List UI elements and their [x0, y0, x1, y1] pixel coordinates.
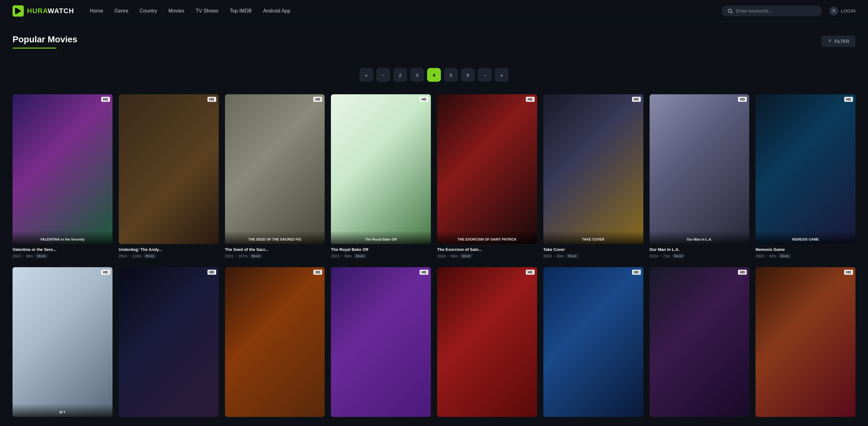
- hd-badge: HD: [844, 270, 853, 275]
- hd-badge: HD: [420, 97, 428, 102]
- movie-card[interactable]: The Royal Bake OffHDThe Royal Bake Off20…: [331, 94, 431, 258]
- movie-dot: •: [660, 254, 661, 258]
- movie-grid-row1: VALENTINA or the SerenityHDValentina or …: [12, 94, 856, 258]
- movie-year: 2024: [437, 254, 445, 258]
- hd-badge: HD: [738, 270, 747, 275]
- movie-title: Take Cover: [544, 247, 643, 252]
- movie-title: The Royal Bake Off: [331, 247, 431, 252]
- movie-card[interactable]: THE EXORCISM OF SAINT PATRICKHDThe Exorc…: [437, 94, 537, 258]
- pagination-first[interactable]: «: [360, 68, 373, 82]
- movie-type-badge: Movie: [144, 254, 156, 258]
- movie-card[interactable]: HD: [755, 267, 856, 417]
- svg-line-4: [732, 12, 733, 13]
- nav-androidapp[interactable]: Android App: [263, 8, 290, 14]
- poster-title-text: THE EXORCISM OF SAINT PATRICK: [437, 231, 537, 244]
- hurawatch-logo-icon: [12, 5, 24, 17]
- svg-point-5: [833, 9, 835, 11]
- logo[interactable]: HURAWATCH: [12, 5, 74, 17]
- page-title-underline: [12, 47, 56, 48]
- hd-badge: HD: [420, 270, 428, 275]
- movie-title: Our Man In L.A.: [650, 247, 749, 252]
- movie-year: 2024: [650, 254, 658, 258]
- poster-title-text: M Y: [12, 404, 113, 417]
- movie-duration: 90m: [344, 254, 351, 258]
- hd-badge: HD: [526, 270, 535, 275]
- filter-button[interactable]: FILTER: [821, 36, 856, 47]
- movie-card[interactable]: NEMESIS GAMEHDNemesis Game2003•92mMovie: [755, 94, 856, 258]
- movie-dot: •: [553, 254, 555, 258]
- pagination-last[interactable]: »: [495, 68, 508, 82]
- filter-label: FILTER: [834, 39, 849, 44]
- movie-type-badge: Movie: [460, 254, 472, 258]
- movie-card[interactable]: HD: [225, 267, 325, 417]
- main-nav: Home Genre Country Movies TV Shows Top I…: [90, 8, 722, 14]
- hd-badge: HD: [208, 270, 216, 275]
- pagination-page-6[interactable]: 6: [461, 68, 475, 82]
- movie-title: Nemesis Game: [755, 247, 856, 252]
- pagination-next[interactable]: →: [478, 68, 492, 82]
- search-input[interactable]: [736, 8, 816, 13]
- movie-duration: 71m: [663, 254, 670, 258]
- svg-rect-2: [15, 8, 16, 14]
- pagination-page-2[interactable]: 2: [393, 68, 407, 82]
- poster-title-text: TAKE COVER: [544, 231, 643, 244]
- search-icon: [727, 8, 733, 14]
- movie-card[interactable]: TAKE COVERHDTake Cover2024•89mMovie: [544, 94, 643, 258]
- user-avatar-icon: [830, 7, 838, 15]
- movie-year: 2024: [119, 254, 127, 258]
- search-bar[interactable]: [722, 6, 822, 16]
- movie-title: The Seed of the Sacr...: [225, 247, 325, 252]
- nav-movies[interactable]: Movies: [168, 8, 185, 14]
- hd-badge: HD: [632, 97, 641, 102]
- pagination-page-5[interactable]: 5: [444, 68, 458, 82]
- movie-card[interactable]: HD: [544, 267, 643, 417]
- hd-badge: HD: [844, 97, 853, 102]
- movie-year: 2023: [331, 254, 339, 258]
- pagination-page-3[interactable]: 3: [410, 68, 424, 82]
- movie-dot: •: [129, 254, 130, 258]
- hd-badge: HD: [208, 97, 216, 102]
- movie-duration: 89m: [557, 254, 564, 258]
- movie-card[interactable]: HDUnderdog: The Andy...2024•118mMovie: [119, 94, 219, 258]
- movie-title: Underdog: The Andy...: [119, 247, 219, 252]
- site-header: HURAWATCH Home Genre Country Movies TV S…: [0, 0, 868, 22]
- poster-title-text: NEMESIS GAME: [755, 231, 856, 244]
- nav-genre[interactable]: Genre: [114, 8, 128, 14]
- pagination-prev[interactable]: ←: [376, 68, 390, 82]
- movie-card[interactable]: Our Man In L.A.HDOur Man In L.A.2024•71m…: [650, 94, 749, 258]
- nav-country[interactable]: Country: [140, 8, 157, 14]
- movie-card[interactable]: HD: [331, 267, 431, 417]
- login-label: LOGIN: [841, 8, 856, 13]
- movie-card[interactable]: HD: [650, 267, 749, 417]
- movie-title: Valentina or the Sere...: [12, 247, 113, 252]
- nav-topimdb[interactable]: Top IMDB: [230, 8, 252, 14]
- top-row: Popular Movies FILTER: [12, 34, 856, 59]
- nav-tvshows[interactable]: TV Shows: [195, 8, 218, 14]
- movie-duration: 90m: [451, 254, 458, 258]
- movie-card[interactable]: HD: [437, 267, 537, 417]
- page-title-section: Popular Movies: [12, 34, 78, 48]
- user-icon: [831, 8, 837, 14]
- nav-home[interactable]: Home: [90, 8, 103, 14]
- movie-year: 2023: [12, 254, 21, 258]
- movie-dot: •: [341, 254, 342, 258]
- poster-title-text: The Royal Bake Off: [331, 231, 431, 244]
- movie-duration: 92m: [769, 254, 776, 258]
- movie-card[interactable]: M YHD: [12, 267, 113, 417]
- movie-duration: 167m: [238, 254, 248, 258]
- movie-dot: •: [766, 254, 767, 258]
- hd-badge: HD: [101, 97, 110, 102]
- movie-card[interactable]: THE SEED OF THE SACRED FIGHDThe Seed of …: [225, 94, 325, 258]
- movie-grid-row2: M YHDHDHDHDHDHDHDHD: [12, 267, 856, 417]
- login-button[interactable]: LOGIN: [830, 7, 856, 15]
- movie-type-badge: Movie: [354, 254, 367, 258]
- movie-dot: •: [23, 254, 24, 258]
- movie-card[interactable]: HD: [119, 267, 219, 417]
- svg-point-3: [728, 9, 732, 12]
- logo-text: HURAWATCH: [27, 7, 74, 15]
- movie-card[interactable]: VALENTINA or the SerenityHDValentina or …: [12, 94, 113, 258]
- poster-title-text: Our Man In L.A.: [650, 231, 749, 244]
- movie-type-badge: Movie: [249, 254, 262, 258]
- pagination: « ← 2 3 4 5 6 → »: [12, 68, 856, 82]
- pagination-page-4-active[interactable]: 4: [427, 68, 441, 82]
